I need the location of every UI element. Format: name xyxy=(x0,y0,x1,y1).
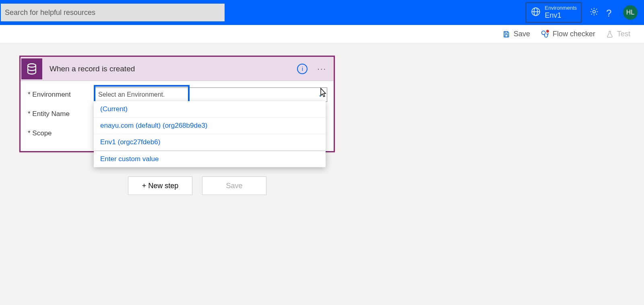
dropdown-item-current[interactable]: (Current) xyxy=(94,101,326,118)
dropdown-item-custom[interactable]: Enter custom value xyxy=(94,151,326,167)
save-button-label: Save xyxy=(226,182,242,190)
info-icon[interactable]: i xyxy=(297,64,308,74)
more-icon[interactable]: ··· xyxy=(317,64,326,73)
scope-label: * Scope xyxy=(28,129,94,137)
svg-point-5 xyxy=(542,31,545,34)
dropdown-item-env1[interactable]: Env1 (orgc27fdeb6) xyxy=(94,134,326,151)
new-step-button[interactable]: + New step xyxy=(128,176,192,195)
action-buttons: + New step Save xyxy=(128,176,644,195)
save-command[interactable]: Save xyxy=(502,30,530,38)
test-label: Test xyxy=(617,30,630,38)
command-bar: Save Flow checker Test xyxy=(0,25,644,44)
environment-selector[interactable]: Environments Env1 xyxy=(525,2,582,23)
trigger-card: When a record is created i ··· * Environ… xyxy=(19,56,335,152)
database-icon xyxy=(21,58,42,79)
environment-select[interactable]: Select an Environment. ⌄ xyxy=(94,87,327,102)
dropdown-item-default[interactable]: enayu.com (default) (org268b9de3) xyxy=(94,118,326,134)
flow-checker-label: Flow checker xyxy=(553,30,595,38)
save-label: Save xyxy=(514,30,530,38)
svg-rect-4 xyxy=(505,34,508,37)
notification-dot-icon xyxy=(545,29,550,33)
trigger-header[interactable]: When a record is created i ··· xyxy=(21,57,334,81)
trigger-title: When a record is created xyxy=(42,64,297,73)
test-command[interactable]: Test xyxy=(606,30,630,38)
globe-icon xyxy=(530,6,541,19)
svg-point-7 xyxy=(28,64,36,67)
trigger-body: * Environment Select an Environment. ⌄ *… xyxy=(21,81,334,151)
save-button[interactable]: Save xyxy=(202,176,266,195)
flow-canvas: When a record is created i ··· * Environ… xyxy=(0,44,644,195)
env-label: Environments xyxy=(545,5,577,11)
environment-dropdown: (Current) enayu.com (default) (org268b9d… xyxy=(94,101,326,167)
environment-placeholder: Select an Environment. xyxy=(98,91,165,98)
header-right: Environments Env1 ? HL xyxy=(525,2,638,23)
avatar[interactable]: HL xyxy=(623,5,638,20)
env-value: Env1 xyxy=(545,11,577,20)
flow-checker-command[interactable]: Flow checker xyxy=(541,30,595,39)
chevron-down-icon: ⌄ xyxy=(318,91,323,98)
settings-icon[interactable] xyxy=(589,7,599,18)
entity-label: * Entity Name xyxy=(28,110,94,118)
search-input[interactable] xyxy=(1,4,225,21)
new-step-label: + New step xyxy=(142,182,179,190)
svg-point-3 xyxy=(593,10,595,13)
help-icon[interactable]: ? xyxy=(606,8,616,17)
app-header: Environments Env1 ? HL xyxy=(0,0,644,25)
environment-label: * Environment xyxy=(28,91,94,99)
